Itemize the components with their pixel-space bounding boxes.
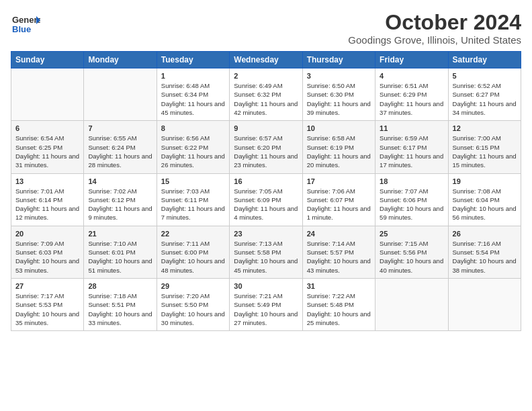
weekday-header: Wednesday <box>230 52 302 68</box>
calendar-cell: 9Sunrise: 6:57 AM Sunset: 6:20 PM Daylig… <box>230 121 302 173</box>
calendar-cell: 25Sunrise: 7:15 AM Sunset: 5:56 PM Dayli… <box>375 226 448 278</box>
calendar-cell <box>375 278 448 330</box>
day-number: 10 <box>307 124 371 132</box>
day-number: 2 <box>234 72 298 80</box>
calendar-cell: 31Sunrise: 7:22 AM Sunset: 5:48 PM Dayli… <box>302 278 375 330</box>
calendar-cell <box>84 68 157 121</box>
calendar-cell: 6Sunrise: 6:54 AM Sunset: 6:25 PM Daylig… <box>11 121 84 173</box>
calendar-cell: 21Sunrise: 7:10 AM Sunset: 6:01 PM Dayli… <box>84 226 157 278</box>
calendar-week-row: 6Sunrise: 6:54 AM Sunset: 6:25 PM Daylig… <box>11 121 521 173</box>
day-info: Sunrise: 6:52 AM Sunset: 6:27 PM Dayligh… <box>453 81 517 117</box>
calendar-week-row: 20Sunrise: 7:09 AM Sunset: 6:03 PM Dayli… <box>11 226 521 278</box>
day-info: Sunrise: 7:16 AM Sunset: 5:54 PM Dayligh… <box>453 239 517 275</box>
weekday-header: Monday <box>84 52 157 68</box>
day-info: Sunrise: 6:58 AM Sunset: 6:19 PM Dayligh… <box>307 134 371 169</box>
day-info: Sunrise: 6:49 AM Sunset: 6:32 PM Dayligh… <box>234 81 298 117</box>
day-number: 17 <box>307 177 371 185</box>
day-number: 12 <box>453 124 517 132</box>
day-info: Sunrise: 7:00 AM Sunset: 6:15 PM Dayligh… <box>453 134 517 169</box>
day-number: 16 <box>234 177 298 185</box>
calendar-cell: 7Sunrise: 6:55 AM Sunset: 6:24 PM Daylig… <box>84 121 157 173</box>
calendar-cell: 30Sunrise: 7:21 AM Sunset: 5:49 PM Dayli… <box>230 278 302 330</box>
calendar-header-row: SundayMondayTuesdayWednesdayThursdayFrid… <box>11 52 521 68</box>
calendar-cell: 10Sunrise: 6:58 AM Sunset: 6:19 PM Dayli… <box>302 121 375 173</box>
calendar-cell: 28Sunrise: 7:18 AM Sunset: 5:51 PM Dayli… <box>84 278 157 330</box>
day-number: 26 <box>453 230 517 238</box>
day-info: Sunrise: 7:18 AM Sunset: 5:51 PM Dayligh… <box>88 291 152 327</box>
day-info: Sunrise: 6:56 AM Sunset: 6:22 PM Dayligh… <box>161 134 225 169</box>
day-info: Sunrise: 7:21 AM Sunset: 5:49 PM Dayligh… <box>234 291 298 327</box>
calendar-cell: 2Sunrise: 6:49 AM Sunset: 6:32 PM Daylig… <box>230 68 302 121</box>
calendar-week-row: 13Sunrise: 7:01 AM Sunset: 6:14 PM Dayli… <box>11 173 521 226</box>
day-number: 8 <box>161 124 225 132</box>
day-info: Sunrise: 7:03 AM Sunset: 6:11 PM Dayligh… <box>161 187 225 222</box>
weekday-header: Tuesday <box>157 52 229 68</box>
day-info: Sunrise: 7:14 AM Sunset: 5:57 PM Dayligh… <box>307 239 371 275</box>
day-number: 6 <box>15 124 79 132</box>
day-info: Sunrise: 7:09 AM Sunset: 6:03 PM Dayligh… <box>15 239 79 275</box>
day-info: Sunrise: 7:05 AM Sunset: 6:09 PM Dayligh… <box>234 187 298 222</box>
day-info: Sunrise: 7:13 AM Sunset: 5:58 PM Dayligh… <box>234 239 298 275</box>
day-number: 11 <box>380 124 443 132</box>
day-info: Sunrise: 7:15 AM Sunset: 5:56 PM Dayligh… <box>380 239 443 275</box>
calendar-cell: 4Sunrise: 6:51 AM Sunset: 6:29 PM Daylig… <box>375 68 448 121</box>
calendar-week-row: 1Sunrise: 6:48 AM Sunset: 6:34 PM Daylig… <box>11 68 521 121</box>
weekday-header: Thursday <box>302 52 375 68</box>
calendar-cell: 8Sunrise: 6:56 AM Sunset: 6:22 PM Daylig… <box>157 121 229 173</box>
day-info: Sunrise: 6:51 AM Sunset: 6:29 PM Dayligh… <box>380 81 443 117</box>
weekday-header: Saturday <box>448 52 521 68</box>
day-number: 4 <box>380 72 443 80</box>
day-number: 18 <box>380 177 443 185</box>
day-number: 20 <box>15 230 79 238</box>
day-number: 27 <box>15 282 79 290</box>
day-info: Sunrise: 6:59 AM Sunset: 6:17 PM Dayligh… <box>380 134 443 169</box>
calendar-cell: 13Sunrise: 7:01 AM Sunset: 6:14 PM Dayli… <box>11 173 84 226</box>
day-number: 31 <box>307 282 371 290</box>
day-info: Sunrise: 7:17 AM Sunset: 5:53 PM Dayligh… <box>15 291 79 327</box>
calendar-cell: 5Sunrise: 6:52 AM Sunset: 6:27 PM Daylig… <box>448 68 521 121</box>
day-number: 29 <box>161 282 225 290</box>
day-number: 1 <box>161 72 225 80</box>
day-number: 9 <box>234 124 298 132</box>
day-number: 25 <box>380 230 443 238</box>
day-info: Sunrise: 7:22 AM Sunset: 5:48 PM Dayligh… <box>307 291 371 327</box>
calendar-cell <box>448 278 521 330</box>
day-info: Sunrise: 6:48 AM Sunset: 6:34 PM Dayligh… <box>161 81 225 117</box>
day-info: Sunrise: 7:07 AM Sunset: 6:06 PM Dayligh… <box>380 187 443 222</box>
svg-text:General: General <box>12 15 40 25</box>
month-title: October 2024 <box>348 11 521 34</box>
calendar-cell: 12Sunrise: 7:00 AM Sunset: 6:15 PM Dayli… <box>448 121 521 173</box>
calendar-cell: 3Sunrise: 6:50 AM Sunset: 6:30 PM Daylig… <box>302 68 375 121</box>
calendar-cell: 16Sunrise: 7:05 AM Sunset: 6:09 PM Dayli… <box>230 173 302 226</box>
day-info: Sunrise: 7:02 AM Sunset: 6:12 PM Dayligh… <box>88 187 152 222</box>
page-header: General Blue October 2024 Goodings Grove… <box>11 11 521 46</box>
logo: General Blue <box>11 11 43 40</box>
day-info: Sunrise: 7:11 AM Sunset: 6:00 PM Dayligh… <box>161 239 225 275</box>
day-number: 14 <box>88 177 152 185</box>
calendar-cell: 26Sunrise: 7:16 AM Sunset: 5:54 PM Dayli… <box>448 226 521 278</box>
calendar-cell: 22Sunrise: 7:11 AM Sunset: 6:00 PM Dayli… <box>157 226 229 278</box>
day-info: Sunrise: 7:06 AM Sunset: 6:07 PM Dayligh… <box>307 187 371 222</box>
day-info: Sunrise: 7:10 AM Sunset: 6:01 PM Dayligh… <box>88 239 152 275</box>
calendar-cell: 19Sunrise: 7:08 AM Sunset: 6:04 PM Dayli… <box>448 173 521 226</box>
calendar-cell: 24Sunrise: 7:14 AM Sunset: 5:57 PM Dayli… <box>302 226 375 278</box>
svg-text:Blue: Blue <box>12 24 31 34</box>
day-number: 28 <box>88 282 152 290</box>
logo-icon: General Blue <box>11 11 40 40</box>
day-info: Sunrise: 7:20 AM Sunset: 5:50 PM Dayligh… <box>161 291 225 327</box>
day-number: 24 <box>307 230 371 238</box>
day-info: Sunrise: 7:08 AM Sunset: 6:04 PM Dayligh… <box>453 187 517 222</box>
day-info: Sunrise: 6:55 AM Sunset: 6:24 PM Dayligh… <box>88 134 152 169</box>
day-info: Sunrise: 7:01 AM Sunset: 6:14 PM Dayligh… <box>15 187 79 222</box>
day-number: 7 <box>88 124 152 132</box>
day-number: 22 <box>161 230 225 238</box>
day-number: 23 <box>234 230 298 238</box>
day-number: 30 <box>234 282 298 290</box>
calendar-cell: 1Sunrise: 6:48 AM Sunset: 6:34 PM Daylig… <box>157 68 229 121</box>
day-number: 13 <box>15 177 79 185</box>
day-info: Sunrise: 6:54 AM Sunset: 6:25 PM Dayligh… <box>15 134 79 169</box>
calendar-cell <box>11 68 84 121</box>
day-info: Sunrise: 6:50 AM Sunset: 6:30 PM Dayligh… <box>307 81 371 117</box>
calendar-cell: 11Sunrise: 6:59 AM Sunset: 6:17 PM Dayli… <box>375 121 448 173</box>
calendar-cell: 14Sunrise: 7:02 AM Sunset: 6:12 PM Dayli… <box>84 173 157 226</box>
